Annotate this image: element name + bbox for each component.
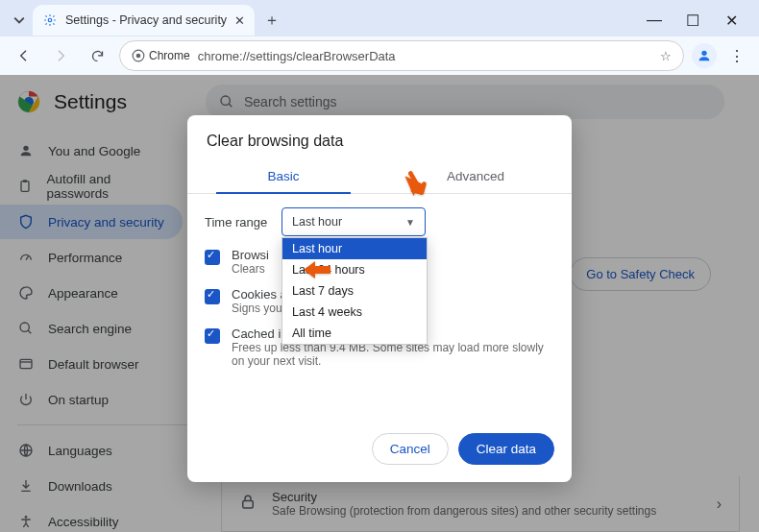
time-range-select[interactable]: Last hour ▼ Last hour Last 24 hours Last… [282, 207, 426, 236]
back-button[interactable] [10, 41, 38, 70]
annotation-arrow-alltime [304, 259, 331, 284]
tab-search-button[interactable] [6, 7, 33, 34]
time-range-dropdown: Last hour Last 24 hours Last 7 days Last… [282, 237, 428, 345]
minimize-button[interactable]: ― [644, 12, 665, 30]
svg-point-2 [136, 54, 141, 59]
checkbox-cookies[interactable] [205, 289, 220, 304]
tab-title: Settings - Privacy and security [65, 13, 227, 27]
settings-favicon [42, 12, 58, 28]
checkbox-browsing-history[interactable] [205, 250, 220, 265]
option-last-hour[interactable]: Last hour [282, 238, 427, 259]
dialog-title: Clear browsing data [187, 115, 572, 159]
checkbox-cache[interactable] [205, 328, 220, 344]
item-cache-sub: Frees up less than 9.4 MB. Some sites ma… [232, 341, 554, 368]
option-all-time[interactable]: All time [282, 323, 427, 344]
time-range-label: Time range [205, 215, 272, 230]
caret-down-icon: ▼ [405, 217, 415, 228]
site-chip: Chrome [132, 49, 190, 62]
maximize-button[interactable]: ☐ [682, 12, 703, 30]
profile-button[interactable] [692, 43, 717, 68]
svg-point-3 [701, 51, 706, 56]
clear-browsing-data-dialog: Clear browsing data Basic Advanced Time … [187, 115, 572, 482]
browser-tab[interactable]: Settings - Privacy and security ✕ [33, 5, 255, 36]
close-tab-icon[interactable]: ✕ [234, 13, 245, 28]
item-browsing-sub: Clears [232, 262, 269, 276]
bookmark-icon[interactable]: ☆ [660, 49, 672, 63]
omnibox[interactable]: Chrome chrome://settings/clearBrowserDat… [119, 40, 684, 71]
omnibox-url: chrome://settings/clearBrowserData [198, 49, 396, 63]
menu-button[interactable]: ⋮ [724, 43, 749, 68]
close-window-button[interactable]: ✕ [721, 12, 742, 30]
new-tab-button[interactable]: ＋ [258, 7, 285, 34]
svg-point-0 [48, 18, 52, 22]
clear-data-button[interactable]: Clear data [458, 433, 554, 465]
item-browsing-title: Browsi [232, 248, 269, 262]
forward-button[interactable] [46, 41, 75, 70]
tab-basic[interactable]: Basic [187, 159, 380, 193]
reload-button[interactable] [83, 41, 111, 70]
annotation-arrow-select [404, 171, 430, 202]
option-last-4-weeks[interactable]: Last 4 weeks [282, 302, 427, 323]
svg-marker-17 [304, 261, 331, 278]
cancel-button[interactable]: Cancel [372, 433, 449, 465]
